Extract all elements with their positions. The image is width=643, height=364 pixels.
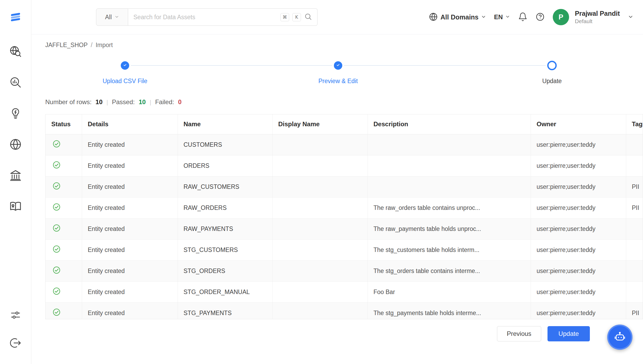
app-root: All ⌘ K: [0, 0, 643, 364]
globe-icon: [429, 12, 438, 22]
search-input[interactable]: [133, 14, 277, 21]
display-name-cell: [272, 218, 368, 239]
table-row: Entity created RAW_CUSTOMERS user:pierre…: [46, 176, 643, 197]
display-name-cell: [272, 302, 368, 319]
help-icon: [535, 12, 545, 22]
sidebar-item-explore[interactable]: [8, 44, 23, 59]
description-cell: [368, 134, 531, 155]
description-cell: [368, 155, 531, 176]
search-scope-label: All: [105, 14, 112, 21]
stepper-connector: [344, 65, 546, 66]
sidebar-item-logout[interactable]: [8, 336, 23, 351]
details-cell: Entity created: [82, 197, 178, 218]
table-row: Entity created STG_ORDERS The stg_orders…: [46, 260, 643, 281]
status-cell: [46, 239, 82, 260]
search-scope-dropdown[interactable]: All: [96, 8, 128, 26]
glossary-book-icon: [9, 200, 22, 214]
table-row: Entity created STG_CUSTOMERS The stg_cus…: [46, 239, 643, 260]
success-check-icon: [52, 227, 61, 234]
description-cell: Foo Bar: [368, 281, 531, 302]
success-check-icon: [52, 143, 61, 149]
display-name-cell: [272, 134, 368, 155]
display-name-cell: [272, 176, 368, 197]
name-cell: STG_ORDER_MANUAL: [178, 281, 272, 302]
column-header-tags: Tags: [626, 114, 643, 134]
bell-icon: [518, 12, 528, 22]
step-update-label: Update: [542, 78, 562, 85]
success-check-icon: [52, 185, 61, 191]
stepper-connector: [131, 65, 332, 66]
governance-bank-icon: [9, 169, 22, 183]
breadcrumb-parent-link[interactable]: JAFFLE_SHOP: [45, 42, 88, 49]
name-cell: STG_ORDERS: [178, 260, 272, 281]
import-results-table: Status Details Name Display Name Descrip…: [46, 114, 643, 319]
all-domains-dropdown[interactable]: All Domains: [429, 12, 486, 22]
breadcrumb: JAFFLE_SHOP / Import: [45, 42, 643, 49]
step-update-circle: [547, 61, 557, 70]
breadcrumb-separator: /: [91, 42, 92, 49]
tags-cell: [626, 134, 643, 155]
summary-separator: |: [150, 99, 151, 106]
table-row: Entity created STG_PAYMENTS The stg_paym…: [46, 302, 643, 319]
chatbot-button[interactable]: [607, 325, 632, 350]
tags-cell: [626, 218, 643, 239]
help-button[interactable]: [535, 12, 545, 22]
rows-value: 10: [96, 98, 103, 106]
sidebar-item-settings[interactable]: [8, 308, 23, 323]
main-area: All ⌘ K: [31, 0, 643, 364]
table-header-row: Status Details Name Display Name Descrip…: [46, 114, 643, 134]
tags-cell: PII: [626, 302, 643, 319]
search-input-container: ⌘ K: [128, 8, 318, 26]
check-icon: [336, 63, 340, 68]
all-domains-label: All Domains: [440, 13, 478, 21]
table-row: Entity created RAW_ORDERS The raw_orders…: [46, 197, 643, 218]
insights-lightbulb-icon: [9, 107, 22, 120]
previous-button[interactable]: Previous: [497, 326, 541, 341]
update-button[interactable]: Update: [547, 326, 590, 341]
table-row: Entity created CUSTOMERS user:pierre;use…: [46, 134, 643, 155]
notifications-button[interactable]: [518, 12, 528, 22]
table-row: Entity created STG_ORDER_MANUAL Foo Bar …: [46, 281, 643, 302]
description-cell: The stg_orders table contains interme...: [368, 260, 531, 281]
user-name: Prajwal Pandit: [575, 10, 620, 17]
cmd-keycap: ⌘: [280, 13, 289, 21]
failed-label: Failed:: [155, 98, 174, 106]
breadcrumb-current: Import: [96, 42, 113, 49]
sidebar-item-governance[interactable]: [8, 168, 23, 183]
app-logo[interactable]: [0, 0, 31, 34]
search-icon[interactable]: [304, 13, 312, 22]
success-check-icon: [52, 206, 61, 213]
owner-cell: user:pierre;user:teddy: [531, 155, 626, 176]
user-team: Default: [575, 18, 620, 24]
sidebar-item-insights[interactable]: [8, 106, 23, 121]
sidebar-item-domains[interactable]: [8, 137, 23, 152]
import-stepper: Upload CSV File Preview & Edit Update: [45, 61, 643, 89]
description-cell: The raw_orders table contains unproc...: [368, 197, 531, 218]
status-cell: [46, 134, 82, 155]
table-body: Entity created CUSTOMERS user:pierre;use…: [46, 134, 643, 319]
robot-icon: [614, 331, 626, 344]
language-dropdown[interactable]: EN: [494, 13, 510, 21]
status-cell: [46, 218, 82, 239]
step-upload-label: Upload CSV File: [103, 78, 147, 85]
sidebar-item-observability[interactable]: [8, 75, 23, 90]
user-avatar[interactable]: P: [553, 9, 569, 25]
footer-actions: Previous Update: [45, 326, 643, 341]
topbar-right: All Domains EN: [429, 9, 634, 25]
column-header-owner: Owner: [531, 114, 626, 134]
details-cell: Entity created: [82, 281, 178, 302]
logout-icon: [9, 337, 22, 350]
status-cell: [46, 281, 82, 302]
sidebar-item-glossary[interactable]: [8, 199, 23, 214]
tags-cell: [626, 281, 643, 302]
name-cell: RAW_PAYMENTS: [178, 218, 272, 239]
name-cell: ORDERS: [178, 155, 272, 176]
sidebar: [0, 0, 31, 364]
display-name-cell: [272, 197, 368, 218]
display-name-cell: [272, 260, 368, 281]
tags-cell: [626, 239, 643, 260]
import-results-table-container[interactable]: Status Details Name Display Name Descrip…: [45, 114, 643, 319]
status-cell: [46, 176, 82, 197]
status-cell: [46, 197, 82, 218]
user-menu-dropdown[interactable]: [628, 14, 634, 21]
